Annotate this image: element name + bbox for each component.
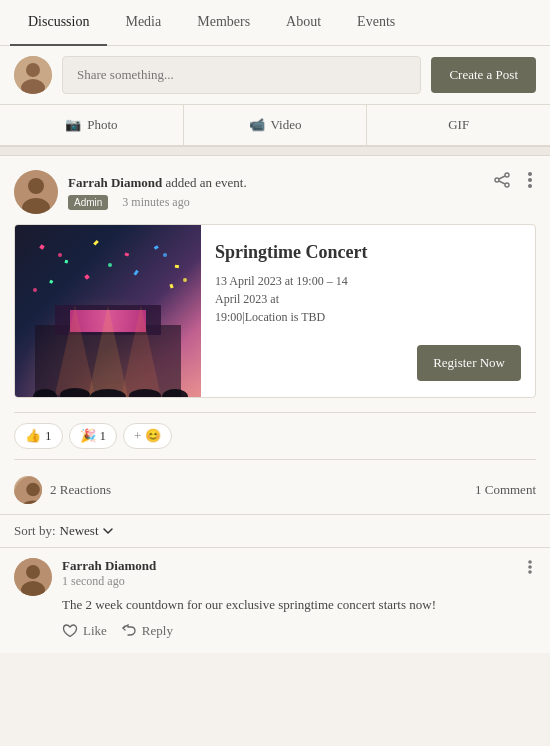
svg-point-8 — [505, 183, 509, 187]
comment-item: Farrah Diamond 1 second ago The 2 week c… — [14, 558, 536, 639]
comment-body: Farrah Diamond 1 second ago The 2 week c… — [62, 558, 536, 639]
tab-discussion[interactable]: Discussion — [10, 0, 107, 46]
reply-icon — [121, 623, 137, 639]
svg-point-11 — [528, 172, 532, 176]
svg-point-42 — [26, 483, 40, 497]
share-icon-button[interactable] — [490, 170, 514, 194]
photo-button[interactable]: 📷 Photo — [0, 105, 184, 145]
video-icon: 📹 — [249, 117, 265, 133]
party-emoji: 🎉 — [80, 428, 96, 444]
svg-line-10 — [499, 181, 505, 184]
post-action-text: added an event. — [166, 175, 247, 190]
party-reaction[interactable]: 🎉 1 — [69, 423, 118, 449]
svg-point-36 — [58, 253, 62, 257]
svg-point-12 — [528, 178, 532, 182]
svg-point-13 — [528, 184, 532, 188]
tab-media[interactable]: Media — [107, 0, 179, 46]
svg-point-4 — [28, 178, 44, 194]
share-input[interactable] — [62, 56, 421, 94]
video-button[interactable]: 📹 Video — [184, 105, 368, 145]
svg-rect-35 — [169, 284, 173, 289]
event-details: Springtime Concert 13 April 2023 at 19:0… — [201, 225, 535, 397]
more-options-button[interactable] — [524, 170, 536, 194]
svg-line-9 — [499, 176, 505, 179]
svg-rect-32 — [49, 280, 53, 284]
post-header-actions — [490, 170, 536, 194]
reactions-row: 👍 1 🎉 1 + 😊 — [14, 412, 536, 460]
comment-text: The 2 week countdown for our exclusive s… — [62, 595, 536, 615]
svg-point-7 — [495, 178, 499, 182]
svg-point-1 — [26, 63, 40, 77]
svg-rect-31 — [175, 265, 179, 269]
svg-rect-29 — [124, 252, 129, 256]
user-avatar — [14, 56, 52, 94]
photo-label: Photo — [87, 117, 117, 133]
navigation-tabs: Discussion Media Members About Events — [0, 0, 550, 46]
create-post-button[interactable]: Create a Post — [431, 57, 536, 93]
sort-dropdown[interactable]: Newest — [60, 523, 114, 539]
svg-point-49 — [528, 570, 532, 574]
tab-events[interactable]: Events — [339, 0, 413, 46]
post-author-line: Farrah Diamond added an event. — [68, 175, 247, 191]
svg-rect-28 — [93, 240, 99, 246]
thumbs-up-emoji: 👍 — [25, 428, 41, 444]
heart-icon — [62, 623, 78, 639]
event-card: Springtime Concert 13 April 2023 at 19:0… — [14, 224, 536, 398]
comment-actions: Like Reply — [62, 623, 536, 639]
svg-point-47 — [528, 560, 532, 564]
post-header-left: Farrah Diamond added an event. Admin 3 m… — [14, 170, 247, 214]
party-count: 1 — [100, 428, 107, 444]
post-author-name: Farrah Diamond — [68, 175, 162, 190]
comment-author-avatar — [14, 558, 52, 596]
post-time: 3 minutes ago — [122, 195, 189, 210]
sort-row: Sort by: Newest — [0, 514, 550, 547]
event-time: 13 April 2023 at 19:00 – 14 April 2023 a… — [215, 272, 521, 326]
svg-point-48 — [528, 565, 532, 569]
reactor-avatar — [14, 476, 42, 504]
svg-rect-30 — [154, 245, 159, 250]
post-header: Farrah Diamond added an event. Admin 3 m… — [14, 170, 536, 214]
post-input-row: Create a Post — [0, 46, 550, 105]
svg-point-45 — [26, 565, 40, 579]
camera-icon: 📷 — [65, 117, 81, 133]
chevron-down-icon — [102, 525, 114, 537]
comment-header: Farrah Diamond 1 second ago — [62, 558, 536, 589]
admin-badge: Admin — [68, 195, 108, 210]
comment-more-options-button[interactable] — [524, 558, 536, 580]
post-meta-row: Admin 3 minutes ago — [68, 195, 247, 210]
svg-point-6 — [505, 173, 509, 177]
thumbs-up-reaction[interactable]: 👍 1 — [14, 423, 63, 449]
tab-about[interactable]: About — [268, 0, 339, 46]
confetti-decoration — [15, 225, 201, 397]
svg-point-40 — [33, 288, 37, 292]
tab-members[interactable]: Members — [179, 0, 268, 46]
video-label: Video — [271, 117, 302, 133]
gif-label: GIF — [448, 117, 469, 133]
add-reaction-button[interactable]: + 😊 — [123, 423, 172, 449]
register-now-button[interactable]: Register Now — [417, 345, 521, 381]
like-button[interactable]: Like — [62, 623, 107, 639]
comment-time: 1 second ago — [62, 574, 156, 589]
post-card: Farrah Diamond added an event. Admin 3 m… — [0, 156, 550, 514]
sort-label: Sort by: — [14, 523, 56, 539]
svg-point-38 — [163, 253, 167, 257]
svg-rect-33 — [84, 274, 90, 280]
svg-rect-26 — [39, 244, 44, 249]
comment-author-name: Farrah Diamond — [62, 558, 156, 574]
event-title: Springtime Concert — [215, 241, 521, 264]
reactions-summary: 2 Reactions 1 Comment — [14, 470, 536, 514]
svg-point-37 — [108, 263, 112, 267]
svg-rect-34 — [133, 270, 138, 276]
sort-value: Newest — [60, 523, 99, 539]
post-author-avatar — [14, 170, 58, 214]
thumbs-up-count: 1 — [45, 428, 52, 444]
media-buttons-row: 📷 Photo 📹 Video GIF — [0, 105, 550, 146]
comment-author-info: Farrah Diamond 1 second ago — [62, 558, 156, 589]
reactions-count: 2 Reactions — [50, 482, 111, 498]
comment-count: 1 Comment — [475, 482, 536, 498]
gif-button[interactable]: GIF — [367, 105, 550, 145]
reply-label: Reply — [142, 623, 173, 639]
reactions-summary-left: 2 Reactions — [14, 476, 111, 504]
reply-button[interactable]: Reply — [121, 623, 173, 639]
event-image — [15, 225, 201, 397]
